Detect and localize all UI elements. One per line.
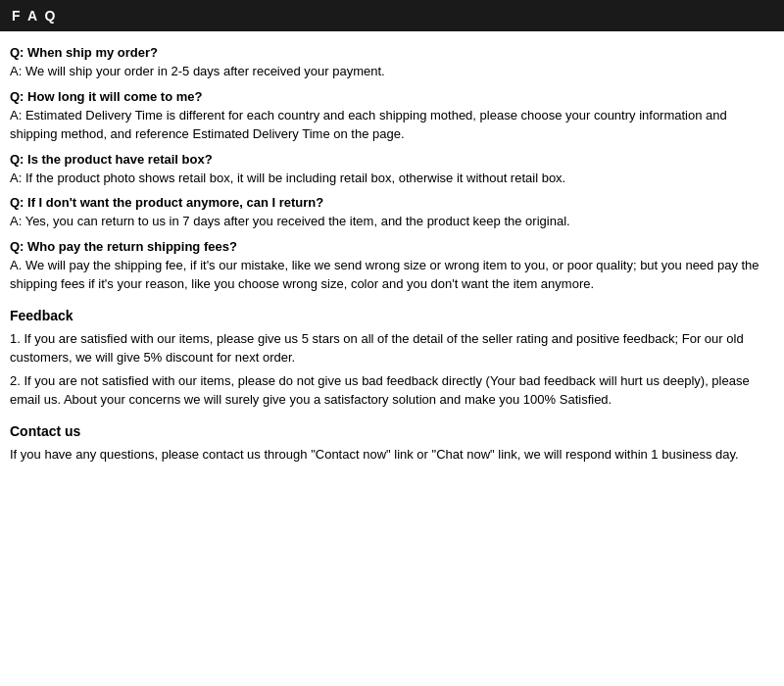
faq-title: F A Q <box>12 8 57 24</box>
contact-text: If you have any questions, please contac… <box>10 445 774 465</box>
answer-4: A: Yes, you can return to us in 7 days a… <box>10 212 774 231</box>
main-content: Q: When ship my order? A: We will ship y… <box>0 41 784 467</box>
contact-title: Contact us <box>10 423 774 439</box>
faq-section: Q: When ship my order? A: We will ship y… <box>10 45 774 294</box>
faq-item-4: Q: If I don't want the product anymore, … <box>10 195 774 231</box>
faq-item-1: Q: When ship my order? A: We will ship y… <box>10 45 774 81</box>
faq-item-5: Q: Who pay the return shipping fees? A. … <box>10 239 774 294</box>
feedback-section: Feedback 1. If you are satisfied with ou… <box>10 308 774 410</box>
question-5: Q: Who pay the return shipping fees? <box>10 239 774 254</box>
faq-item-2: Q: How long it will come to me? A: Estim… <box>10 89 774 144</box>
question-3: Q: Is the product have retail box? <box>10 152 774 167</box>
contact-section: Contact us If you have any questions, pl… <box>10 423 774 465</box>
faq-item-3: Q: Is the product have retail box? A: If… <box>10 152 774 188</box>
feedback-title: Feedback <box>10 308 774 323</box>
answer-3: A: If the product photo shows retail box… <box>10 169 774 188</box>
question-1: Q: When ship my order? <box>10 45 774 60</box>
answer-5: A. We will pay the shipping fee, if it's… <box>10 256 774 294</box>
faq-header: F A Q <box>0 0 784 31</box>
question-4: Q: If I don't want the product anymore, … <box>10 195 774 210</box>
question-2: Q: How long it will come to me? <box>10 89 774 104</box>
answer-1: A: We will ship your order in 2-5 days a… <box>10 62 774 81</box>
feedback-item-2: 2. If you are not satisfied with our ite… <box>10 371 774 410</box>
answer-2: A: Estimated Delivery Time is different … <box>10 106 774 144</box>
feedback-item-1: 1. If you are satisfied with our items, … <box>10 329 774 368</box>
